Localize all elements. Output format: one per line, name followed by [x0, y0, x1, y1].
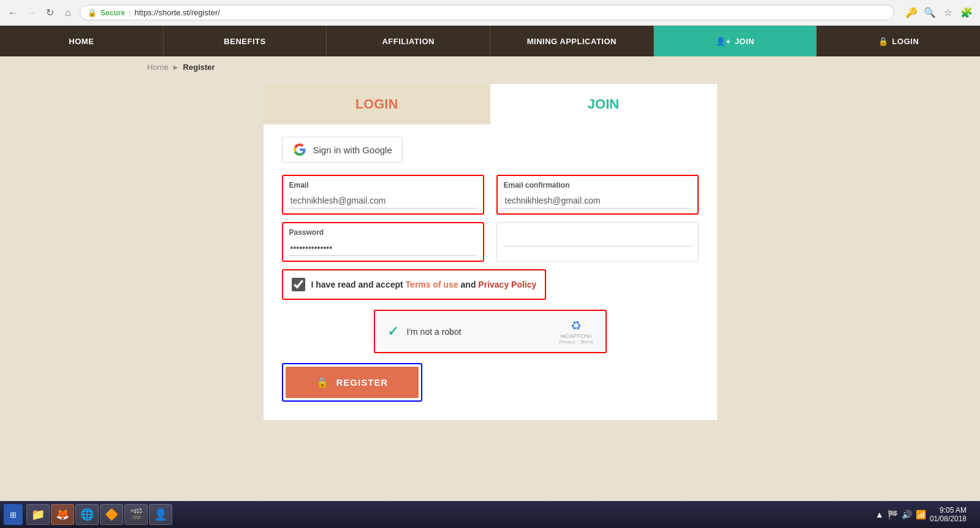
nav-home[interactable]: HOME	[0, 26, 164, 56]
email-row: Email Email confirmation	[282, 175, 699, 215]
terms-row: I have read and accept Terms of use and …	[282, 269, 547, 300]
email-input[interactable]	[289, 193, 477, 209]
taskbar-up-arrow: ▲	[875, 510, 884, 519]
refresh-button[interactable]: ↻	[43, 6, 56, 20]
nav-join[interactable]: 👤+ JOIN	[654, 26, 818, 56]
tab-login[interactable]: LOGIN	[264, 84, 490, 124]
email-confirm-field-group: Email confirmation	[496, 175, 699, 215]
nav-login[interactable]: 🔒 LOGIN	[817, 26, 980, 56]
star-icon[interactable]: ☆	[941, 6, 955, 20]
breadcrumb: Home ► Register	[0, 56, 980, 78]
taskbar-chrome[interactable]: 🌐	[75, 504, 99, 525]
password-row: Password	[282, 222, 699, 262]
taskbar: ⊞ 📁 🦊 🌐 🔶 🎬 👤 ▲ 🏁 🔊 📶 9:05 AM 01/08/2018	[0, 501, 980, 528]
email-field-group: Email	[282, 175, 484, 215]
recaptcha-sub1: reCAPTCHA	[561, 333, 592, 339]
taskbar-clock: 9:05 AM 01/08/2018	[930, 506, 971, 523]
form-container: LOGIN JOIN Sign in with Google	[264, 84, 717, 420]
email-confirm-input[interactable]	[504, 193, 691, 209]
separator: |	[129, 8, 131, 17]
main-content: LOGIN JOIN Sign in with Google	[0, 78, 980, 438]
register-wrapper: 🔒 REGISTER	[282, 363, 699, 402]
taskbar-explorer[interactable]: 📁	[26, 504, 50, 525]
form-body: Sign in with Google Email Email confirma…	[264, 124, 717, 420]
taskbar-system-icons: ▲ 🏁 🔊 📶 9:05 AM 01/08/2018	[875, 506, 976, 523]
breadcrumb-arrow: ►	[172, 63, 180, 72]
extension-icon[interactable]: 🧩	[959, 6, 974, 20]
secure-label: Secure	[101, 9, 125, 17]
recaptcha-sub2: Privacy - Terms	[560, 339, 593, 345]
register-label: REGISTER	[336, 377, 389, 388]
search-icon[interactable]: 🔍	[922, 6, 937, 20]
taskbar-vlc[interactable]: 🔶	[100, 504, 123, 525]
password-label: Password	[289, 228, 477, 237]
taskbar-volume-icon: 🔊	[902, 510, 912, 519]
terms-text: I have read and accept Terms of use and …	[311, 280, 537, 289]
nav-affiliation[interactable]: AFFILIATION	[327, 26, 490, 56]
taskbar-app5[interactable]: 👤	[149, 504, 172, 525]
address-bar[interactable]: 🔒 Secure | https://shorte.st/register/	[80, 5, 894, 20]
privacy-policy-link[interactable]: Privacy Policy	[478, 280, 536, 289]
password-confirm-field-group	[496, 222, 699, 262]
browser-chrome: ← → ↻ ⌂ 🔒 Secure | https://shorte.st/reg…	[0, 0, 980, 26]
back-button[interactable]: ←	[6, 6, 20, 20]
terms-of-use-link[interactable]: Terms of use	[406, 280, 458, 289]
google-signin-label: Sign in with Google	[313, 145, 392, 155]
email-confirm-label: Email confirmation	[504, 181, 691, 189]
recaptcha-checkmark: ✓	[387, 324, 398, 340]
google-icon	[292, 142, 307, 157]
taskbar-firefox[interactable]: 🦊	[51, 504, 74, 525]
terms-checkbox[interactable]	[292, 278, 305, 291]
breadcrumb-home[interactable]: Home	[147, 63, 169, 72]
forward-button[interactable]: →	[25, 6, 38, 20]
taskbar-date-display: 01/08/2018	[930, 515, 967, 523]
taskbar-app4[interactable]: 🎬	[124, 504, 148, 525]
recaptcha-box[interactable]: ✓ I'm not a robot ♻ reCAPTCHA Privacy - …	[374, 310, 607, 353]
password-field-group: Password	[282, 222, 484, 262]
password-confirm-input[interactable]	[503, 231, 692, 247]
key-icon[interactable]: 🔑	[904, 6, 919, 20]
windows-icon: ⊞	[10, 510, 17, 519]
recaptcha-icon: ♻	[571, 318, 582, 333]
register-outer-border: 🔒 REGISTER	[282, 363, 423, 402]
nav-bar: HOME BENEFITS AFFILIATION MINING APPLICA…	[0, 26, 980, 56]
taskbar-flag-icon: 🏁	[887, 510, 898, 519]
taskbar-network-icon: 📶	[916, 510, 926, 519]
register-lock-icon: 🔒	[316, 377, 329, 388]
recaptcha-logo: ♻ reCAPTCHA Privacy - Terms	[560, 318, 593, 345]
password-input[interactable]	[289, 240, 477, 256]
recaptcha-wrapper: ✓ I'm not a robot ♻ reCAPTCHA Privacy - …	[282, 310, 699, 353]
nav-mining[interactable]: MINING APPLICATION	[490, 26, 654, 56]
browser-actions: 🔑 🔍 ☆ 🧩	[904, 6, 974, 20]
tab-join[interactable]: JOIN	[490, 84, 717, 124]
url-text: https://shorte.st/register/	[134, 8, 219, 17]
join-icon: 👤+	[716, 37, 731, 46]
register-button[interactable]: 🔒 REGISTER	[286, 367, 419, 398]
google-signin-button[interactable]: Sign in with Google	[282, 137, 403, 163]
home-button[interactable]: ⌂	[61, 6, 75, 20]
nav-benefits[interactable]: BENEFITS	[164, 26, 327, 56]
breadcrumb-current: Register	[183, 63, 215, 72]
start-button[interactable]: ⊞	[4, 504, 23, 525]
login-lock-icon: 🔒	[878, 37, 889, 46]
lock-icon: 🔒	[88, 9, 97, 17]
tabs: LOGIN JOIN	[264, 84, 717, 124]
recaptcha-label: I'm not a robot	[407, 327, 551, 337]
taskbar-time-display: 9:05 AM	[930, 506, 967, 515]
email-label: Email	[289, 181, 477, 189]
